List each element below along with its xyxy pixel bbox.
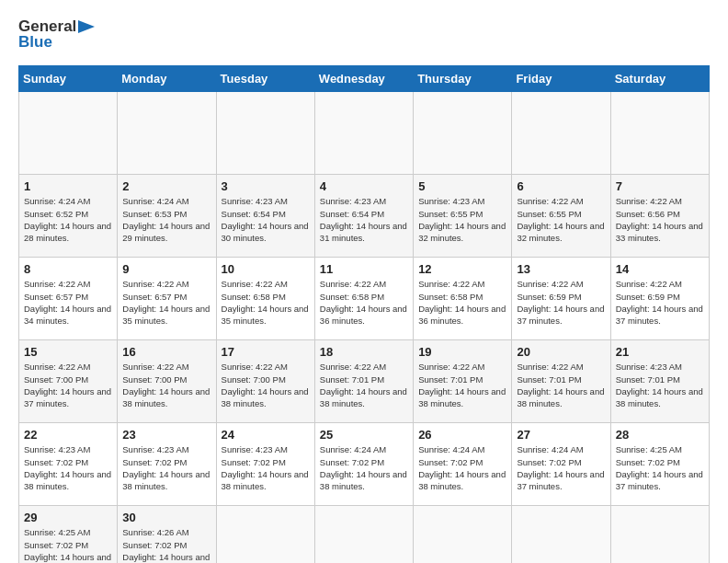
calendar-cell — [19, 92, 118, 175]
day-number: 29 — [24, 511, 112, 524]
day-info: Sunrise: 4:23 AMSunset: 6:54 PMDaylight:… — [222, 195, 310, 244]
calendar-cell — [314, 92, 413, 175]
logo: General Blue — [18, 18, 97, 51]
calendar-cell — [512, 506, 610, 563]
day-info: Sunrise: 4:22 AMSunset: 7:01 PMDaylight:… — [320, 361, 408, 409]
svg-marker-0 — [78, 20, 95, 33]
day-info: Sunrise: 4:23 AMSunset: 6:54 PMDaylight:… — [320, 195, 408, 244]
day-number: 7 — [616, 179, 704, 193]
day-info: Sunrise: 4:24 AMSunset: 7:02 PMDaylight:… — [517, 443, 605, 492]
day-number: 5 — [418, 179, 506, 193]
day-info: Sunrise: 4:25 AMSunset: 7:02 PMDaylight:… — [616, 443, 704, 492]
day-info: Sunrise: 4:22 AMSunset: 6:59 PMDaylight:… — [517, 278, 605, 327]
calendar-cell: 13Sunrise: 4:22 AMSunset: 6:59 PMDayligh… — [512, 258, 610, 340]
day-info: Sunrise: 4:22 AMSunset: 7:01 PMDaylight:… — [517, 361, 605, 409]
day-number: 9 — [122, 262, 210, 276]
calendar-cell: 16Sunrise: 4:22 AMSunset: 7:00 PMDayligh… — [118, 340, 216, 423]
calendar-cell: 23Sunrise: 4:23 AMSunset: 7:02 PMDayligh… — [118, 423, 216, 506]
day-info: Sunrise: 4:22 AMSunset: 7:01 PMDaylight:… — [418, 361, 506, 409]
day-info: Sunrise: 4:24 AMSunset: 7:02 PMDaylight:… — [418, 443, 506, 492]
column-header-friday: Friday — [512, 66, 610, 92]
day-number: 28 — [616, 428, 704, 442]
calendar-cell: 2Sunrise: 4:24 AMSunset: 6:53 PMDaylight… — [118, 175, 216, 258]
day-number: 6 — [517, 179, 605, 193]
column-header-thursday: Thursday — [414, 66, 512, 92]
column-header-tuesday: Tuesday — [216, 66, 314, 92]
day-number: 2 — [122, 179, 210, 193]
calendar-cell: 8Sunrise: 4:22 AMSunset: 6:57 PMDaylight… — [19, 258, 118, 340]
calendar-row-4: 15Sunrise: 4:22 AMSunset: 7:00 PMDayligh… — [19, 340, 710, 423]
calendar-cell: 15Sunrise: 4:22 AMSunset: 7:00 PMDayligh… — [19, 340, 118, 423]
calendar-cell — [414, 506, 512, 563]
day-number: 18 — [320, 345, 408, 359]
day-number: 30 — [122, 511, 210, 524]
day-number: 26 — [418, 428, 506, 442]
calendar-cell: 12Sunrise: 4:22 AMSunset: 6:58 PMDayligh… — [414, 258, 512, 340]
calendar-cell: 5Sunrise: 4:23 AMSunset: 6:55 PMDaylight… — [414, 175, 512, 258]
day-info: Sunrise: 4:22 AMSunset: 7:00 PMDaylight:… — [222, 361, 310, 409]
calendar-cell: 7Sunrise: 4:22 AMSunset: 6:56 PMDaylight… — [610, 175, 709, 258]
day-info: Sunrise: 4:22 AMSunset: 6:58 PMDaylight:… — [320, 278, 408, 327]
day-number: 22 — [24, 428, 112, 442]
column-header-sunday: Sunday — [19, 66, 118, 92]
column-header-wednesday: Wednesday — [314, 66, 413, 92]
logo-container: General Blue — [18, 18, 97, 51]
day-number: 10 — [222, 262, 310, 276]
day-info: Sunrise: 4:23 AMSunset: 7:02 PMDaylight:… — [222, 443, 310, 492]
day-number: 14 — [616, 262, 704, 276]
day-number: 25 — [320, 428, 408, 442]
calendar-cell — [610, 92, 709, 175]
column-header-monday: Monday — [118, 66, 216, 92]
calendar-cell — [118, 92, 216, 175]
calendar-cell: 26Sunrise: 4:24 AMSunset: 7:02 PMDayligh… — [414, 423, 512, 506]
calendar-cell: 21Sunrise: 4:23 AMSunset: 7:01 PMDayligh… — [610, 340, 709, 423]
calendar-cell: 22Sunrise: 4:23 AMSunset: 7:02 PMDayligh… — [19, 423, 118, 506]
logo-blue: Blue — [18, 34, 52, 52]
day-info: Sunrise: 4:23 AMSunset: 7:01 PMDaylight:… — [616, 361, 704, 409]
day-info: Sunrise: 4:22 AMSunset: 7:00 PMDaylight:… — [122, 361, 210, 409]
day-number: 17 — [222, 345, 310, 359]
day-info: Sunrise: 4:22 AMSunset: 6:57 PMDaylight:… — [122, 278, 210, 327]
calendar-row-1 — [19, 92, 710, 175]
calendar-cell: 17Sunrise: 4:22 AMSunset: 7:00 PMDayligh… — [216, 340, 314, 423]
day-info: Sunrise: 4:26 AMSunset: 7:02 PMDaylight:… — [122, 526, 210, 563]
day-info: Sunrise: 4:22 AMSunset: 6:58 PMDaylight:… — [418, 278, 506, 327]
day-info: Sunrise: 4:22 AMSunset: 7:00 PMDaylight:… — [24, 361, 112, 409]
calendar-header-row: SundayMondayTuesdayWednesdayThursdayFrid… — [19, 66, 710, 92]
column-header-saturday: Saturday — [610, 66, 709, 92]
calendar-table: SundayMondayTuesdayWednesdayThursdayFrid… — [18, 65, 710, 563]
day-info: Sunrise: 4:22 AMSunset: 6:59 PMDaylight:… — [616, 278, 704, 327]
calendar-cell: 29Sunrise: 4:25 AMSunset: 7:02 PMDayligh… — [19, 506, 118, 563]
day-number: 20 — [517, 345, 605, 359]
calendar-cell: 20Sunrise: 4:22 AMSunset: 7:01 PMDayligh… — [512, 340, 610, 423]
day-number: 27 — [517, 428, 605, 442]
day-number: 8 — [24, 262, 112, 276]
calendar-cell: 3Sunrise: 4:23 AMSunset: 6:54 PMDaylight… — [216, 175, 314, 258]
calendar-cell — [216, 506, 314, 563]
calendar-cell: 14Sunrise: 4:22 AMSunset: 6:59 PMDayligh… — [610, 258, 709, 340]
page-header: General Blue — [18, 18, 710, 51]
calendar-row-6: 29Sunrise: 4:25 AMSunset: 7:02 PMDayligh… — [19, 506, 710, 563]
day-number: 24 — [222, 428, 310, 442]
calendar-cell: 6Sunrise: 4:22 AMSunset: 6:55 PMDaylight… — [512, 175, 610, 258]
calendar-cell: 25Sunrise: 4:24 AMSunset: 7:02 PMDayligh… — [314, 423, 413, 506]
day-number: 13 — [517, 262, 605, 276]
calendar-row-3: 8Sunrise: 4:22 AMSunset: 6:57 PMDaylight… — [19, 258, 710, 340]
day-info: Sunrise: 4:24 AMSunset: 6:53 PMDaylight:… — [122, 195, 210, 244]
calendar-cell: 4Sunrise: 4:23 AMSunset: 6:54 PMDaylight… — [314, 175, 413, 258]
calendar-cell: 18Sunrise: 4:22 AMSunset: 7:01 PMDayligh… — [314, 340, 413, 423]
logo-flag-icon — [78, 20, 97, 33]
day-info: Sunrise: 4:22 AMSunset: 6:56 PMDaylight:… — [616, 195, 704, 244]
calendar-cell: 28Sunrise: 4:25 AMSunset: 7:02 PMDayligh… — [610, 423, 709, 506]
calendar-cell: 30Sunrise: 4:26 AMSunset: 7:02 PMDayligh… — [118, 506, 216, 563]
day-info: Sunrise: 4:23 AMSunset: 7:02 PMDaylight:… — [24, 443, 112, 492]
day-number: 4 — [320, 179, 408, 193]
day-number: 11 — [320, 262, 408, 276]
calendar-cell — [414, 92, 512, 175]
day-info: Sunrise: 4:24 AMSunset: 7:02 PMDaylight:… — [320, 443, 408, 492]
day-info: Sunrise: 4:22 AMSunset: 6:55 PMDaylight:… — [517, 195, 605, 244]
day-number: 12 — [418, 262, 506, 276]
calendar-cell — [216, 92, 314, 175]
day-info: Sunrise: 4:22 AMSunset: 6:57 PMDaylight:… — [24, 278, 112, 327]
calendar-cell: 9Sunrise: 4:22 AMSunset: 6:57 PMDaylight… — [118, 258, 216, 340]
